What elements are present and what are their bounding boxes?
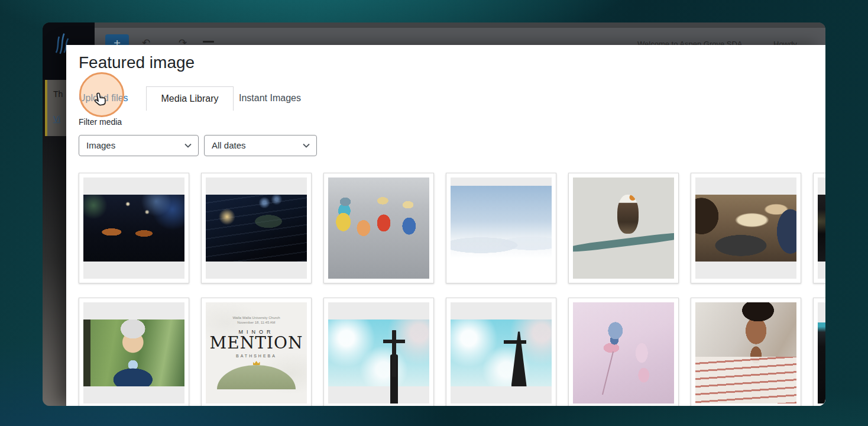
media-type-select[interactable]: Images	[79, 135, 199, 156]
media-item[interactable]	[323, 298, 434, 406]
graphic-title: MENTION	[206, 335, 307, 351]
media-item[interactable]	[568, 173, 679, 283]
list-view-icon[interactable]	[203, 41, 214, 43]
media-type-value: Images	[86, 140, 115, 150]
filter-media-label: Filter media	[79, 117, 122, 127]
chevron-down-icon	[184, 143, 192, 148]
media-item[interactable]	[691, 298, 801, 406]
featured-image-modal: Featured image Upload files Media Librar…	[66, 45, 825, 406]
media-item[interactable]: Walla Walla University Church November 1…	[201, 298, 312, 406]
media-grid: Walla Walla University Church November 1…	[79, 173, 825, 406]
media-item[interactable]	[813, 173, 825, 283]
modal-title: Featured image	[79, 53, 195, 72]
media-item[interactable]	[813, 298, 825, 406]
browser-window: Welcome to Aspen Grove SDA Howdy Th Vi +…	[43, 22, 825, 406]
media-item[interactable]	[323, 173, 434, 283]
tab-media-library[interactable]: Media Library	[146, 86, 234, 111]
view-post-link[interactable]: Vi	[53, 114, 60, 124]
graphic-header: Walla Walla University Church November 1…	[206, 315, 307, 325]
media-item[interactable]	[201, 173, 312, 283]
crown-icon	[253, 361, 260, 365]
media-item[interactable]	[691, 173, 801, 283]
hill-illustration	[217, 365, 296, 389]
media-item[interactable]	[79, 298, 189, 406]
media-item[interactable]	[79, 173, 189, 283]
graphic-subtitle: BATHSHEBA	[206, 354, 307, 358]
page-background: Welcome to Aspen Grove SDA Howdy Th Vi +…	[0, 0, 868, 426]
tab-instant-images[interactable]: Instant Images	[239, 86, 301, 110]
chevron-down-icon	[303, 143, 310, 148]
media-item[interactable]	[568, 298, 679, 406]
hand-cursor-icon	[91, 91, 109, 109]
media-date-select[interactable]: All dates	[204, 135, 317, 156]
media-item[interactable]	[446, 298, 556, 406]
media-date-value: All dates	[212, 140, 246, 150]
media-item[interactable]	[446, 173, 556, 283]
admin-bar: Welcome to Aspen Grove SDA Howdy	[43, 22, 825, 45]
notice-text: Th	[53, 89, 63, 99]
